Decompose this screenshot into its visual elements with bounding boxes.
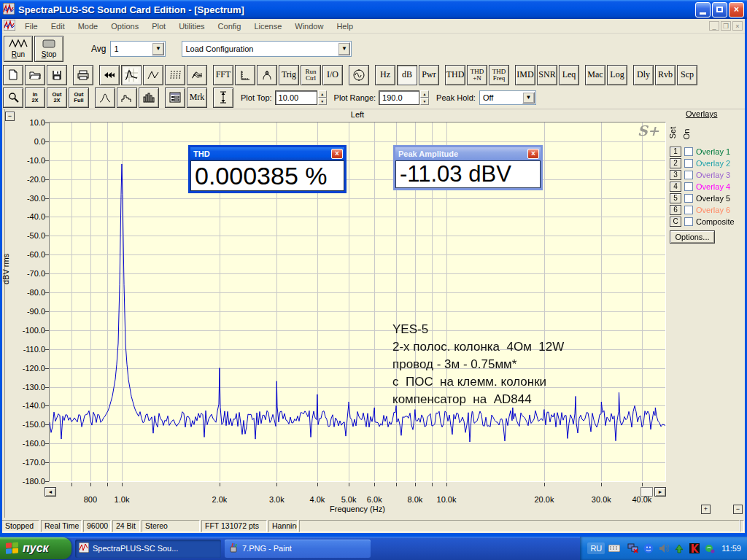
stop-button[interactable]: Stop	[34, 36, 63, 62]
dropdown-arrow-icon[interactable]: ▼	[152, 42, 164, 55]
overlay-on-checkbox[interactable]	[684, 171, 693, 179]
menu-item[interactable]: Edit	[44, 20, 71, 33]
title-bar[interactable]: SpectraPLUS-SC Sound Card Edition - [Spe…	[0, 0, 747, 19]
menu-item[interactable]: Help	[330, 20, 360, 33]
task-button-paint[interactable]: 7.PNG - Paint	[225, 540, 371, 558]
delay-button[interactable]: Dly	[633, 65, 654, 85]
mdi-minimize-icon[interactable]: _	[709, 21, 719, 31]
overlay-on-checkbox[interactable]	[684, 217, 693, 226]
macro-button[interactable]: Mac	[585, 65, 605, 85]
language-indicator[interactable]: RU	[587, 542, 605, 554]
spectrum-plot[interactable]	[49, 122, 666, 482]
zoom-button[interactable]	[3, 88, 23, 108]
plot-top-spinner[interactable]: ▲▼	[318, 90, 327, 105]
mdi-restore-icon[interactable]: ❐	[721, 21, 731, 31]
overlay-set-button[interactable]: C	[670, 217, 681, 227]
antivirus-icon[interactable]	[689, 542, 700, 554]
overlay-options-button[interactable]: Options...	[670, 230, 715, 244]
surface-3d-display-button[interactable]	[187, 65, 207, 85]
microphone-compensation-button[interactable]	[257, 65, 277, 85]
zoom-out-full-button[interactable]: Out Full	[69, 88, 89, 108]
peak-amplitude-window[interactable]: Peak Amplitude × -11.03 dBV	[393, 145, 543, 190]
menu-item[interactable]: Plot	[145, 20, 172, 33]
units-hz-button[interactable]: Hz	[375, 65, 395, 85]
open-file-button[interactable]	[25, 65, 45, 85]
task-button-spectraplus[interactable]: SpectraPLUS-SC Sou...	[75, 540, 221, 558]
spectrogram-display-button[interactable]	[165, 65, 185, 85]
menu-item[interactable]: Options	[104, 20, 145, 33]
plot-range-spinner[interactable]: ▲▼	[420, 90, 429, 105]
run-button[interactable]: Run	[4, 36, 33, 62]
overlay-on-checkbox[interactable]	[684, 206, 693, 214]
load-configuration-select[interactable]: Load Configuration ▼	[182, 41, 352, 57]
dropdown-arrow-icon[interactable]: ▼	[522, 92, 535, 104]
overlay-set-button[interactable]: 6	[670, 205, 681, 215]
overlay-set-button[interactable]: 3	[670, 170, 681, 180]
minimize-button[interactable]	[695, 2, 711, 18]
dropdown-arrow-icon[interactable]: ▼	[338, 42, 350, 55]
fast-forward-button[interactable]	[99, 65, 120, 85]
scope-button[interactable]: Scp	[677, 65, 697, 85]
io-device-button[interactable]: I/O	[322, 65, 343, 85]
menu-item[interactable]: File	[18, 20, 44, 33]
units-pwr-button[interactable]: Pwr	[419, 65, 439, 85]
menu-item[interactable]: License	[247, 20, 288, 33]
bar-plot-button[interactable]	[139, 88, 159, 108]
waveform-display-button[interactable]	[143, 65, 163, 85]
mdi-child-icon[interactable]	[4, 20, 15, 32]
peak-hold-select[interactable]: Off ▼	[479, 90, 536, 105]
peak-close-icon[interactable]: ×	[527, 149, 539, 159]
snr-button[interactable]: SNR	[537, 65, 557, 85]
keyboard-icon[interactable]	[608, 542, 620, 554]
run-control-button[interactable]: Run Ctrl	[301, 65, 321, 85]
scroll-right-icon[interactable]: ►	[654, 487, 666, 497]
menu-item[interactable]: Config	[212, 20, 248, 33]
zoom-out-2x-button[interactable]: Out 2X	[47, 88, 67, 108]
update-utility-icon[interactable]	[673, 542, 685, 554]
thd-plus-n-button[interactable]: THD +N	[467, 65, 487, 85]
overlay-on-checkbox[interactable]	[684, 159, 693, 168]
network-activity-icon[interactable]	[704, 542, 716, 554]
overlay-set-button[interactable]: 1	[670, 147, 681, 157]
spectrum-plot-canvas[interactable]	[50, 122, 665, 481]
scroll-left-icon[interactable]: ◄	[44, 487, 56, 497]
marker-button[interactable]: Mrk	[187, 88, 207, 108]
overlay-set-button[interactable]: 2	[670, 158, 681, 168]
overlay-on-checkbox[interactable]	[684, 182, 693, 191]
mdi-close-icon[interactable]: ×	[732, 21, 743, 31]
units-db-button[interactable]: dB	[397, 65, 417, 85]
octave-plot-button[interactable]	[117, 88, 137, 108]
signal-generator-button[interactable]	[349, 65, 369, 85]
peak-window-titlebar[interactable]: Peak Amplitude ×	[395, 147, 541, 160]
scrollbar-thumb[interactable]	[640, 487, 653, 497]
menu-item[interactable]: Utilities	[172, 20, 211, 33]
avg-select[interactable]: 1 ▼	[110, 41, 166, 57]
fft-settings-button[interactable]: FFT	[213, 65, 233, 85]
spectrum-display-button[interactable]	[121, 65, 142, 85]
vertical-scale-button[interactable]	[213, 88, 233, 108]
close-button[interactable]: ×	[729, 2, 744, 18]
print-button[interactable]	[73, 65, 93, 85]
menu-item[interactable]: Window	[288, 20, 330, 33]
save-button[interactable]	[47, 65, 67, 85]
network-offline-icon[interactable]	[627, 542, 639, 554]
volume-icon[interactable]	[658, 542, 670, 554]
thd-button[interactable]: THD	[445, 65, 465, 85]
overlay-set-button[interactable]: 4	[670, 182, 681, 192]
overlay-on-checkbox[interactable]	[684, 194, 693, 203]
zoom-in-box-icon[interactable]: +	[701, 505, 711, 514]
scaling-button[interactable]	[235, 65, 255, 85]
start-button[interactable]: пуск	[0, 537, 71, 559]
logging-button[interactable]: Log	[607, 65, 627, 85]
zoom-out-box-icon[interactable]: −	[733, 505, 743, 514]
thd-close-icon[interactable]: ×	[331, 149, 343, 159]
restore-button[interactable]	[712, 2, 727, 18]
narrowband-plot-button[interactable]	[95, 88, 115, 108]
new-file-button[interactable]	[3, 65, 23, 85]
display-options-button[interactable]	[165, 88, 185, 108]
thd-window-titlebar[interactable]: THD ×	[190, 147, 344, 160]
thd-window[interactable]: THD × 0.000385 %	[188, 145, 347, 193]
thd-freq-button[interactable]: THD Freq	[489, 65, 509, 85]
leq-button[interactable]: Leq	[559, 65, 579, 85]
trigger-button[interactable]: Trig	[279, 65, 299, 85]
